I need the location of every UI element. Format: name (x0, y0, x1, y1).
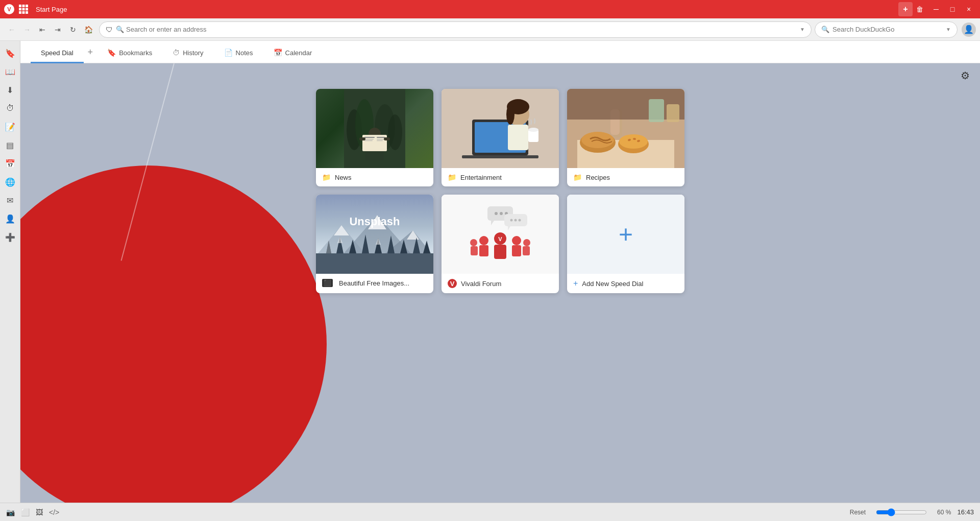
add-new-card-image: + (567, 195, 684, 274)
search-engine-dropdown[interactable]: ▼ (946, 27, 951, 32)
unsplash-illustration: Unsplash (316, 195, 433, 274)
svg-rect-23 (359, 137, 365, 140)
svg-point-79 (519, 219, 521, 221)
forward-button[interactable]: → (19, 22, 35, 37)
svg-rect-82 (494, 245, 506, 259)
sidebar-translate[interactable]: 🌐 (2, 174, 18, 190)
sidebar-panels[interactable]: ▤ (2, 137, 18, 153)
red-decoration (20, 165, 327, 503)
minimize-button[interactable]: ─ (929, 2, 943, 16)
tab-calendar-label: Calendar (285, 49, 312, 57)
tab-speed-dial[interactable]: Speed Dial (31, 44, 84, 63)
search-input[interactable] (832, 26, 946, 33)
svg-rect-18 (364, 139, 374, 139)
svg-rect-8 (26, 11, 28, 14)
svg-point-72 (495, 212, 498, 215)
svg-rect-22 (377, 140, 383, 141)
unsplash-label-text: Beautiful Free Images... (339, 279, 409, 287)
close-button[interactable]: × (962, 2, 976, 16)
title-bar: V Start Page + 🗑 ─ □ × (0, 0, 980, 18)
vivaldi-forum-card-image: V (442, 195, 559, 274)
tab-calendar[interactable]: 📅 Calendar (263, 43, 323, 63)
svg-point-73 (500, 212, 503, 215)
sidebar-contacts[interactable]: 👤 (2, 210, 18, 227)
status-code-icon[interactable]: </> (49, 508, 59, 516)
svg-point-78 (514, 219, 517, 221)
svg-rect-0 (19, 5, 21, 7)
zoom-reset-label[interactable]: Reset (850, 509, 866, 516)
recipes-card-label: 📁 Recipes (567, 168, 684, 186)
sidebar-downloads[interactable]: ⬇ (2, 82, 18, 98)
back-button[interactable]: ← (4, 22, 19, 37)
speed-dial-news[interactable]: 📁 News (316, 89, 433, 186)
address-dropdown-arrow[interactable]: ▼ (800, 27, 805, 32)
news-folder-icon: 📁 (322, 173, 331, 181)
home-button[interactable]: 🏠 (81, 22, 96, 37)
tab-history[interactable]: ⏱ History (162, 43, 213, 63)
apps-icon[interactable] (17, 3, 30, 15)
svg-rect-28 (462, 155, 538, 158)
settings-icon[interactable]: ⚙ (961, 69, 970, 82)
recipes-label-text: Recipes (586, 174, 610, 181)
speed-dial-unsplash[interactable]: Unsplash ⬛ Beautiful Free Images... (316, 195, 433, 293)
sidebar: 🔖 📖 ⬇ ⏱ 📝 ▤ 📅 🌐 ✉ 👤 ➕ (0, 41, 20, 503)
maximize-button[interactable]: □ (945, 2, 960, 16)
fast-forward-button[interactable]: ⇥ (50, 22, 65, 37)
tab-notes[interactable]: 📄 Notes (214, 43, 263, 63)
svg-rect-32 (508, 125, 528, 150)
svg-marker-76 (508, 226, 510, 230)
status-camera-icon[interactable]: 📷 (6, 508, 15, 516)
svg-rect-21 (377, 139, 384, 139)
sidebar-reading[interactable]: 📖 (2, 63, 18, 80)
rewind-button[interactable]: ⇤ (35, 22, 50, 37)
address-bar-container: 🛡 🔍 ▼ (99, 21, 812, 38)
search-icon-small: 🔍 (116, 26, 124, 33)
speed-dial-entertainment[interactable]: 📁 Entertainment (442, 89, 559, 186)
add-new-card-label: + Add New Speed Dial (567, 274, 684, 293)
svg-text:V: V (498, 236, 502, 242)
svg-rect-48 (667, 104, 679, 122)
svg-point-40 (619, 134, 648, 149)
vivaldi-forum-illustration: V (470, 204, 531, 265)
add-new-label-text: Add New Speed Dial (582, 280, 643, 288)
svg-rect-90 (523, 246, 530, 255)
svg-rect-20 (377, 137, 385, 138)
sidebar-history[interactable]: ⏱ (2, 100, 18, 116)
sidebar-mail[interactable]: ✉ (2, 192, 18, 208)
add-plus-icon: + (619, 222, 633, 247)
zoom-slider[interactable] (876, 508, 927, 516)
address-input[interactable] (126, 26, 798, 33)
tab-add-button[interactable]: + (84, 42, 97, 63)
add-new-plus-label-icon: + (573, 279, 578, 288)
svg-point-89 (523, 239, 530, 246)
tab-bookmarks[interactable]: 🔖 Bookmarks (97, 43, 162, 63)
speed-dial-recipes[interactable]: 📁 Recipes (567, 89, 684, 186)
page-title: Start Page (36, 6, 894, 13)
user-avatar[interactable]: 👤 (962, 22, 976, 37)
new-tab-button[interactable]: + (898, 2, 913, 16)
svg-rect-86 (512, 245, 521, 256)
svg-point-85 (512, 236, 521, 245)
svg-point-13 (388, 114, 402, 150)
reload-button[interactable]: ↻ (65, 22, 81, 37)
speed-dial-add-new[interactable]: + + Add New Speed Dial (567, 195, 684, 293)
sidebar-bookmarks[interactable]: 🔖 (2, 45, 18, 61)
notes-tab-icon: 📄 (224, 49, 233, 57)
status-tab-icon[interactable]: ⬜ (21, 508, 30, 516)
sidebar-add[interactable]: ➕ (2, 229, 18, 245)
status-image-icon[interactable]: 🖼 (36, 508, 43, 516)
svg-rect-4 (22, 8, 25, 11)
vivaldi-logo: V (4, 4, 14, 14)
speed-dial-vivaldi-forum[interactable]: V (442, 195, 559, 293)
delete-button[interactable]: 🗑 (913, 2, 927, 16)
recipes-card-image (567, 89, 684, 168)
sidebar-notes[interactable]: 📝 (2, 119, 18, 135)
sidebar-calendar[interactable]: 📅 (2, 155, 18, 172)
svg-rect-88 (471, 246, 478, 255)
entertainment-folder-icon: 📁 (448, 173, 456, 181)
svg-rect-3 (19, 8, 21, 11)
status-bar: 📷 ⬜ 🖼 </> Reset 60 % 16:43 (0, 503, 980, 521)
main-layout: 🔖 📖 ⬇ ⏱ 📝 ▤ 📅 🌐 ✉ 👤 ➕ Speed Dial + 🔖 Boo… (0, 41, 980, 503)
calendar-tab-icon: 📅 (274, 49, 282, 57)
svg-rect-5 (26, 8, 28, 11)
